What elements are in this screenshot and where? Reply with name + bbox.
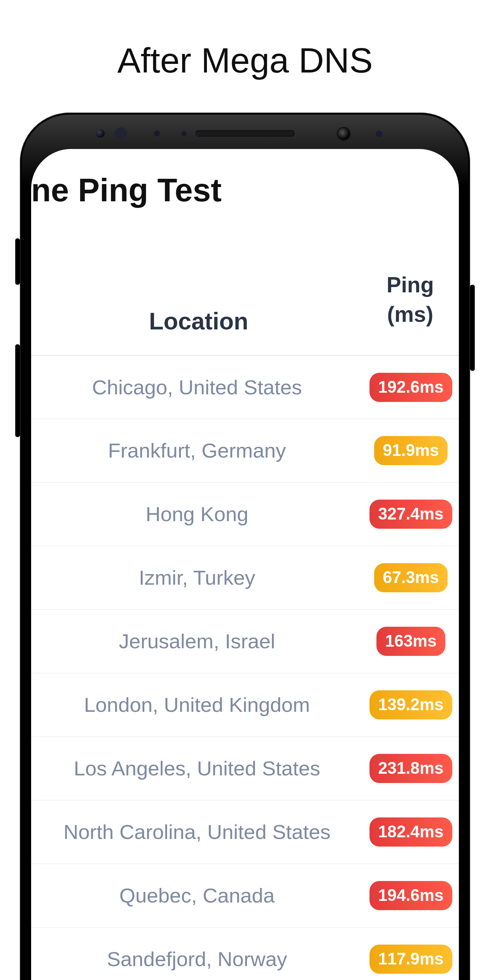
side-button-right — [470, 285, 475, 371]
ping-cell: 163ms — [363, 627, 459, 656]
sensor-dot — [376, 130, 382, 137]
table-row: Sandefjord, Norway117.9ms — [31, 927, 459, 980]
table-row: Los Angeles, United States231.8ms — [31, 736, 459, 800]
ping-cell: 139.2ms — [363, 690, 459, 719]
location-cell: Jerusalem, Israel — [31, 628, 363, 654]
ping-badge: 194.6ms — [369, 881, 452, 910]
location-cell: Los Angeles, United States — [31, 756, 363, 781]
side-button-left-1 — [15, 239, 20, 285]
table-row: Hong Kong327.4ms — [31, 482, 459, 546]
ping-cell: 327.4ms — [363, 500, 459, 529]
speaker-grill-icon — [195, 130, 295, 137]
sensor-bar — [20, 125, 470, 142]
column-header-ping: Ping (ms) — [363, 270, 459, 329]
sensor-dot — [154, 130, 160, 137]
app-store-screenshot: After Mega DNS ne Ping Test Location Pin… — [0, 0, 490, 980]
ping-badge: 117.9ms — [369, 945, 452, 974]
ping-badge: 327.4ms — [369, 500, 452, 529]
iris-sensor-icon — [114, 127, 127, 140]
ping-cell: 192.6ms — [363, 373, 459, 402]
location-cell: Sandefjord, Norway — [31, 946, 363, 972]
location-cell: Hong Kong — [31, 501, 363, 527]
ping-cell: 231.8ms — [363, 754, 459, 783]
ping-badge: 67.3ms — [374, 563, 448, 592]
table-row: Chicago, United States192.6ms — [31, 355, 459, 418]
table-row: Izmir, Turkey67.3ms — [31, 546, 459, 609]
location-cell: London, United Kingdom — [31, 692, 363, 718]
ping-badge: 163ms — [376, 627, 445, 656]
location-cell: Izmir, Turkey — [31, 565, 363, 591]
ping-cell: 91.9ms — [363, 436, 459, 465]
column-header-location: Location — [31, 264, 363, 335]
table-row: Frankfurt, Germany91.9ms — [31, 418, 459, 482]
table-body[interactable]: Chicago, United States192.6msFrankfurt, … — [31, 355, 459, 980]
marketing-headline: After Mega DNS — [0, 40, 490, 80]
location-cell: Quebec, Canada — [31, 883, 363, 908]
side-button-left-2 — [15, 344, 20, 437]
phone-frame: ne Ping Test Location Ping (ms) Chicago,… — [20, 113, 470, 980]
ping-badge: 231.8ms — [369, 754, 452, 783]
ping-cell: 67.3ms — [363, 563, 459, 592]
phone-screen: ne Ping Test Location Ping (ms) Chicago,… — [31, 149, 459, 980]
sensor-dot — [96, 129, 105, 138]
location-cell: Frankfurt, Germany — [31, 438, 363, 463]
location-cell: Chicago, United States — [31, 374, 363, 400]
ping-badge: 192.6ms — [369, 373, 452, 402]
sensor-dot — [195, 132, 200, 137]
table-row: London, United Kingdom139.2ms — [31, 673, 459, 736]
front-camera-icon — [338, 128, 350, 140]
ping-badge: 91.9ms — [374, 436, 448, 465]
ping-cell: 182.4ms — [363, 818, 459, 846]
ping-cell: 194.6ms — [363, 881, 459, 910]
ping-test-page: ne Ping Test Location Ping (ms) Chicago,… — [31, 149, 459, 980]
ping-cell: 117.9ms — [363, 945, 459, 974]
location-cell: North Carolina, United States — [31, 819, 363, 845]
table-row: Quebec, Canada194.6ms — [31, 864, 459, 927]
ping-badge: 139.2ms — [369, 690, 452, 719]
table-header: Location Ping (ms) — [31, 251, 459, 348]
table-row: North Carolina, United States182.4ms — [31, 800, 459, 864]
table-row: Jerusalem, Israel163ms — [31, 609, 459, 673]
column-header-ping-line2: (ms) — [363, 300, 458, 329]
page-title: ne Ping Test — [31, 172, 221, 209]
column-header-ping-line1: Ping — [363, 270, 458, 300]
ping-badge: 182.4ms — [369, 818, 452, 846]
sensor-dot — [181, 131, 187, 137]
